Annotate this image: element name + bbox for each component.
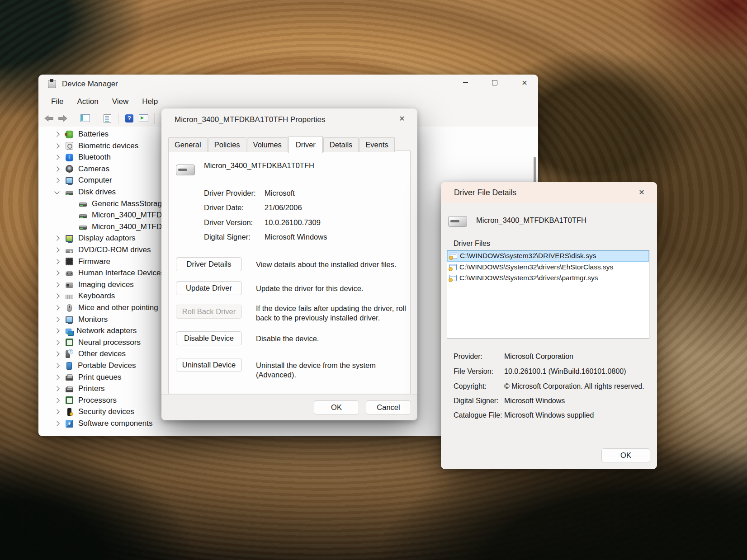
tree-item-label: Portable Devices: [78, 361, 136, 370]
chevron-right-icon[interactable]: [54, 155, 59, 160]
unknown-device-icon: [66, 350, 70, 358]
device-manager-app-icon: [48, 80, 56, 88]
driver-file-icon: [449, 264, 457, 270]
chevron-right-icon[interactable]: [54, 282, 59, 287]
device-manager-titlebar[interactable]: Device Manager ✕: [38, 75, 538, 94]
properties-dialog-titlebar[interactable]: Micron_3400_MTFDKBA1T0TFH Properties ✕: [161, 108, 417, 131]
chevron-right-icon[interactable]: [54, 259, 59, 264]
tree-item-label: Micron_3400_MTFDK: [92, 222, 167, 231]
close-button[interactable]: ✕: [393, 108, 411, 128]
tree-item-label: Neural processors: [78, 338, 141, 347]
chevron-right-icon[interactable]: [54, 398, 59, 403]
driver-details-button[interactable]: Driver Details: [176, 257, 242, 271]
chevron-right-icon[interactable]: [54, 271, 59, 276]
chevron-right-icon[interactable]: [54, 236, 59, 241]
chevron-right-icon[interactable]: [54, 178, 59, 183]
maximize-icon: [492, 80, 497, 85]
driver-file-path: C:\WINDOWS\System32\drivers\EhStorClass.…: [459, 263, 613, 271]
provider-row: Provider:Microsoft Corporation: [454, 353, 573, 361]
chevron-right-icon[interactable]: [54, 375, 59, 380]
chevron-right-icon[interactable]: [54, 352, 59, 357]
processor-chip-icon: [66, 339, 73, 346]
minimize-button[interactable]: [455, 75, 476, 91]
field-value: Microsoft Corporation: [504, 353, 573, 361]
uninstall-device-button[interactable]: Uninstall Device: [176, 358, 242, 372]
chevron-down-icon[interactable]: [54, 189, 59, 194]
file-details-titlebar[interactable]: Driver File Details ✕: [441, 182, 657, 203]
field-label: Digital Signer:: [204, 233, 265, 241]
tree-item-label: Other devices: [78, 349, 126, 358]
tree-item-label: Generic MassStorage: [92, 199, 166, 208]
field-value: Microsoft Windows: [265, 233, 327, 241]
disable-device-button[interactable]: Disable Device: [176, 331, 242, 345]
device-name: Micron_3400_MTFDKBA1T0TFH: [204, 161, 314, 170]
chevron-right-icon[interactable]: [54, 386, 59, 391]
cancel-button[interactable]: Cancel: [366, 400, 411, 414]
window-title: Device Manager: [62, 80, 118, 89]
close-button[interactable]: ✕: [633, 182, 651, 202]
chevron-right-icon[interactable]: [54, 143, 59, 148]
close-icon: ✕: [638, 188, 644, 197]
tree-item-label: Printers: [78, 384, 105, 393]
maximize-button[interactable]: [484, 75, 505, 91]
uninstall-device-desc: Uninstall the device from the system (Ad…: [256, 361, 409, 380]
dialog-title: Micron_3400_MTFDKBA1T0TFH Properties: [175, 115, 326, 124]
forward-icon[interactable]: [58, 114, 68, 122]
chevron-right-icon[interactable]: [54, 166, 59, 171]
camera-icon: [66, 165, 73, 173]
roll-back-driver-button[interactable]: Roll Back Driver: [176, 305, 242, 319]
dialog-footer: OK Cancel: [161, 394, 417, 420]
back-icon[interactable]: [44, 114, 54, 122]
chevron-right-icon[interactable]: [54, 329, 59, 334]
chevron-right-icon[interactable]: [54, 317, 59, 322]
show-console-tree-icon[interactable]: [80, 114, 90, 122]
driver-file-item[interactable]: C:\WINDOWS\system32\DRIVERS\disk.sys: [447, 250, 649, 262]
chevron-right-icon[interactable]: [54, 247, 59, 252]
tree-item-label: Print queues: [78, 373, 121, 382]
tab-general[interactable]: General: [168, 137, 208, 152]
chevron-right-icon[interactable]: [54, 409, 59, 414]
tab-driver[interactable]: Driver: [288, 136, 323, 153]
ok-button[interactable]: OK: [314, 400, 359, 414]
mouse-icon: [67, 304, 72, 312]
toolbar-separator: [118, 113, 118, 124]
field-label: Catalogue File:: [454, 411, 504, 419]
driver-file-item[interactable]: C:\WINDOWS\System32\drivers\partmgr.sys: [447, 273, 649, 284]
field-value: 21/06/2006: [265, 203, 302, 212]
close-button[interactable]: ✕: [514, 75, 535, 91]
menu-help[interactable]: Help: [137, 95, 163, 108]
ok-button[interactable]: OK: [601, 448, 650, 462]
menu-view[interactable]: View: [107, 95, 134, 108]
chevron-right-icon[interactable]: [54, 421, 59, 426]
printer-icon: [66, 376, 73, 381]
tree-item-label: Disk drives: [78, 188, 116, 197]
chevron-right-icon[interactable]: [54, 305, 59, 310]
tree-item-label: Display adaptors: [78, 234, 136, 243]
driver-file-item[interactable]: C:\WINDOWS\System32\drivers\EhStorClass.…: [447, 262, 649, 273]
menu-action[interactable]: Action: [71, 95, 104, 108]
driver-file-icon: [450, 253, 457, 259]
driver-file-details-dialog: Driver File Details ✕ Micron_3400_MTFDKB…: [441, 182, 657, 469]
copyright-row: Copyright:© Microsoft Corporation. All r…: [454, 382, 649, 391]
chevron-right-icon[interactable]: [54, 294, 59, 299]
chevron-right-icon[interactable]: [54, 363, 59, 368]
drive-icon: [448, 216, 467, 227]
tab-details[interactable]: Details: [323, 137, 359, 152]
catalogue-file-row: Catalogue File:Microsoft Windows supplie…: [454, 411, 594, 419]
action-pane-icon[interactable]: [138, 114, 148, 122]
firmware-chip-icon: [66, 258, 73, 265]
toolbar-separator: [154, 113, 155, 124]
help-icon[interactable]: ?: [124, 114, 134, 122]
driver-files-listbox[interactable]: C:\WINDOWS\system32\DRIVERS\disk.sys C:\…: [447, 250, 649, 339]
software-component-icon: +: [66, 420, 73, 428]
menu-file[interactable]: File: [46, 95, 69, 108]
tab-volumes[interactable]: Volumes: [247, 137, 288, 152]
properties-icon[interactable]: [102, 114, 112, 122]
tab-events[interactable]: Events: [359, 137, 394, 152]
chevron-right-icon[interactable]: [54, 340, 59, 345]
chevron-right-icon[interactable]: [54, 132, 59, 136]
computer-icon: [66, 177, 73, 184]
field-value: © Microsoft Corporation. All rights rese…: [504, 382, 649, 391]
tab-policies[interactable]: Policies: [208, 137, 246, 152]
update-driver-button[interactable]: Update Driver: [176, 281, 242, 295]
